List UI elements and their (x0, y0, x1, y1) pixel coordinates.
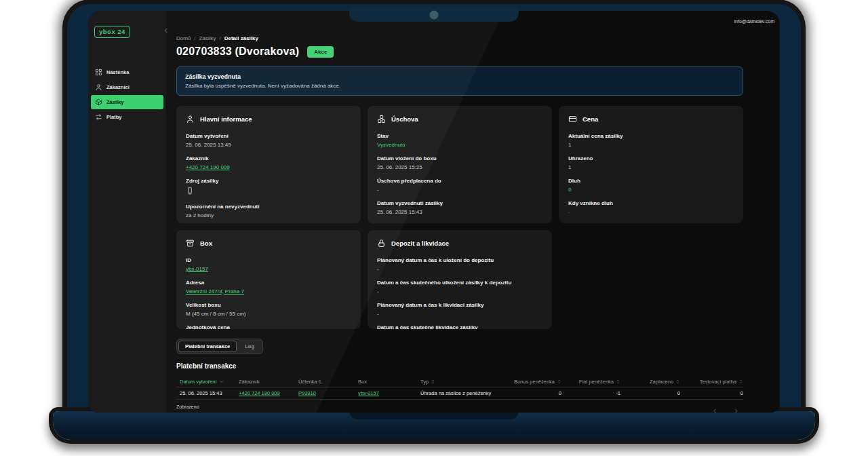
table-cell: Úhrada na zásilce z peněženky (420, 390, 504, 396)
field-value: 0 (568, 187, 734, 193)
table-cell: 0 (680, 390, 743, 396)
card-header: Box (186, 239, 351, 248)
camera-notch (349, 8, 519, 22)
main-content: info@damidev.com Domů/Zásilky/Detail zás… (166, 11, 780, 413)
sidebar-item-label: Nástěnka (106, 69, 129, 75)
section-title: Platební transakce (176, 362, 743, 370)
field-link[interactable]: +420 724 190 009 (186, 164, 230, 170)
sidebar-item-zakaznici[interactable]: Zákazníci (91, 80, 163, 94)
chevron-right-icon (733, 408, 739, 413)
table-cell-link[interactable]: ybx-0157 (358, 390, 379, 396)
field-label: Jednotková cena (186, 324, 351, 329)
sidebar: ybox 24 NástěnkaZákazníciZásilkyPlatby (88, 11, 166, 413)
table-cell: -1 (561, 390, 620, 396)
field-label: Plánovaný datum a čas k likvidaci zásilk… (377, 302, 542, 308)
camera-dot (430, 11, 439, 20)
card-box: BoxIDybx-0157AdresaVeletržní 247/3, Prah… (176, 230, 361, 329)
customers-icon (95, 83, 102, 91)
title-row: 020703833 (Dvorakova) Akce (176, 45, 743, 58)
field-label: Velikost boxu (186, 302, 351, 308)
card-uschova: ÚschovaStavVyzvednutoDatum vložení do bo… (368, 106, 552, 223)
status-alert: Zásilka vyzvednuta Zásilka byla úspěšně … (176, 66, 743, 96)
table-cell: P93910 (298, 390, 358, 396)
field-label: Úschova předplacena do (377, 178, 542, 184)
tab-log[interactable]: Log (238, 341, 261, 352)
actions-button[interactable]: Akce (307, 46, 334, 58)
field-label: Datum vložení do boxu (377, 155, 542, 162)
package-icon (95, 98, 102, 106)
field-label: Datum vytvoření (186, 133, 351, 139)
prev-page-button[interactable] (712, 406, 718, 413)
sort-icon (616, 379, 620, 384)
table-cell: 25. 06. 2025 15:43 (180, 390, 239, 396)
table-cell-link[interactable]: +420 724 190 009 (239, 390, 280, 396)
table-footer: Zobrazeno 1-1 z 1 záznamu (176, 404, 743, 413)
field-label: Kdy vznikne dluh (568, 200, 734, 206)
column-label: Zaplaceno (650, 379, 673, 385)
field-jednotkova-cena: Jednotková cena2 kredity/h (186, 324, 351, 329)
next-page-button[interactable] (733, 406, 739, 413)
column-header-zakaznik: Zákazník (239, 379, 298, 385)
field-label: Stav (377, 133, 542, 139)
column-header-typ[interactable]: Typ (420, 379, 504, 385)
field-value: ybx-0157 (186, 266, 351, 272)
credit-card-icon (568, 115, 577, 124)
tab-platebni-transakce[interactable]: Platební transakce (178, 341, 237, 352)
sort-icon (557, 379, 561, 384)
field-value: +420 724 190 009 (186, 164, 351, 170)
field-dluh: Dluh0 (568, 178, 734, 193)
field-value: 25. 06. 2025 15:43 (377, 209, 542, 215)
page-content: Domů/Zásilky/Detail zásilky 020703833 (D… (166, 11, 743, 413)
column-label: Typ (420, 379, 429, 385)
column-header-fiat-penezenka[interactable]: Fiat peněženka (561, 379, 620, 385)
sidebar-item-platby[interactable]: Platby (91, 110, 163, 124)
field-label: Datum vyzvednuti zásilky (377, 200, 542, 206)
laptop-base (53, 411, 815, 440)
app-logo[interactable]: ybox 24 (94, 26, 130, 38)
card-depozit-a-likvidace: Depozit a likvidacePlánovaný datum a čas… (368, 230, 552, 329)
field-upozorneni-na-nevyzvednuti: Upozornění na nevyzvednutiza 2 hodiny (186, 204, 351, 218)
field-label: Adresa (186, 280, 351, 286)
field-value (186, 187, 351, 196)
card-header: Úschova (377, 115, 542, 124)
column-label: Box (358, 379, 367, 385)
field-kdy-vznikne-dluh: Kdy vznikne dluh- (568, 200, 734, 215)
sidebar-item-zasilky[interactable]: Zásilky (91, 95, 163, 109)
breadcrumb-item-zasilky[interactable]: Zásilky (199, 35, 216, 41)
field-planovany-datum-a-cas-k-likvidaci-zasilky: Plánovaný datum a čas k likvidaci zásilk… (377, 302, 542, 317)
field-label: Datum a čas skutečného ulkožení zásilky … (377, 280, 542, 286)
sidebar-item-nastenka[interactable]: Nástěnka (91, 65, 163, 79)
canvas: ybox 24 NástěnkaZákazníciZásilkyPlatby i… (0, 0, 868, 456)
app-screen: ybox 24 NástěnkaZákazníciZásilkyPlatby i… (88, 11, 780, 413)
card-fields: Plánovaný datum a čas k uložení do depoz… (377, 257, 542, 329)
card-header: Depozit a likvidace (377, 239, 542, 248)
field-aktualni-cena-zasilky: Aktuální cena zásilky1 (568, 133, 734, 148)
column-label: Účtenka č. (298, 379, 322, 385)
field-uschova-predplacena-do: Úschova předplacena do- (377, 178, 542, 193)
field-planovany-datum-a-cas-k-ulozeni-do-depozitu: Plánovaný datum a čas k uložení do depoz… (377, 257, 542, 272)
sidebar-collapse-button[interactable] (162, 26, 170, 34)
field-link[interactable]: Veletržní 247/3, Praha 7 (186, 288, 244, 294)
field-label: ID (186, 257, 351, 263)
field-value: - (377, 187, 542, 193)
field-value: Vyzvednuto (377, 142, 542, 148)
column-header-testovaci-platba[interactable]: Testovací platba (680, 379, 743, 385)
field-link[interactable]: ybx-0157 (186, 266, 208, 272)
sidebar-item-label: Zákazníci (106, 84, 130, 90)
column-label: Bonus peněženka (514, 379, 555, 385)
table-cell-link[interactable]: P93910 (298, 390, 316, 396)
field-value: - (377, 266, 542, 272)
table-row: 25. 06. 2025 15:43+420 724 190 009P93910… (176, 387, 743, 400)
column-header-datum-vytvoreni[interactable]: Datum vytvoření (180, 379, 239, 385)
field-value: 1 (568, 142, 734, 148)
card-title: Box (200, 240, 212, 247)
payments-icon (95, 113, 102, 121)
column-header-zaplaceno[interactable]: Zaplaceno (620, 379, 680, 385)
column-header-bonus-penezenka[interactable]: Bonus peněženka (504, 379, 561, 385)
field-label: Dluh (568, 178, 734, 184)
chevron-left-icon (163, 27, 170, 34)
breadcrumb-item-domu[interactable]: Domů (176, 35, 191, 41)
column-header-uctenka-c: Účtenka č. (298, 379, 358, 385)
field-adresa: AdresaVeletržní 247/3, Praha 7 (186, 280, 351, 294)
account-email[interactable]: info@damidev.com (734, 19, 775, 24)
